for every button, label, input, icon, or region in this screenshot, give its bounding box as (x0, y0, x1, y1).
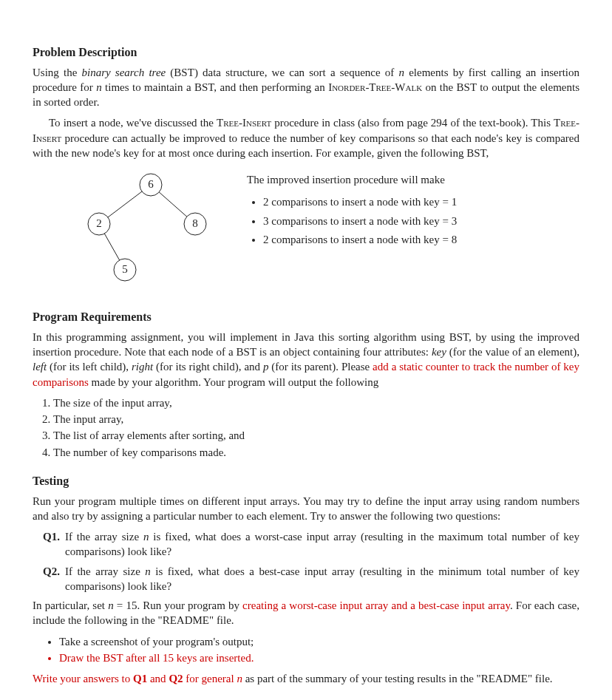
text: (for its parent). Please (268, 361, 373, 373)
text: (BST) data structure, we can sort a sequ… (166, 67, 398, 78)
text: (for its right child), and (153, 361, 263, 373)
section-testing: Testing (33, 473, 579, 489)
bst-example-row: 6 2 8 5 The improved insertion procedure… (33, 166, 579, 296)
term-binary-search-tree: binary search tree (82, 67, 166, 78)
text: made by your algorithm. Your program wil… (89, 376, 378, 388)
attr-right: right (132, 361, 153, 373)
text: procedure can actually be improved to re… (33, 132, 579, 159)
text: = 15. Run your program by (114, 599, 242, 611)
reqs-li-3: The list of array elements after sorting… (53, 428, 579, 443)
ref-q1: Q1 (133, 673, 147, 684)
var-n: n (145, 565, 151, 577)
text: for general (183, 673, 237, 684)
testing-readme-list: Take a screenshot of your program's outp… (59, 634, 579, 666)
var-n: n (96, 81, 102, 93)
reqs-paragraph: In this programming assignment, you will… (33, 330, 579, 390)
testing-intro: Run your program multiple times on diffe… (33, 494, 579, 524)
node-5-label: 5 (122, 264, 128, 276)
question-q2: Q2. If the array size n is fixed, what d… (43, 564, 579, 594)
text: Using the (33, 67, 82, 78)
testing-bullet-2: Draw the BST after all 15 keys are inser… (59, 650, 579, 665)
text: Write your answers to (33, 673, 133, 684)
var-n: n (237, 673, 242, 684)
text: as part of the summary of your testing r… (242, 673, 553, 684)
bst-side-intro: The improved insertion procedure will ma… (247, 172, 579, 187)
testing-bullet-1: Take a screenshot of your program's outp… (59, 634, 579, 649)
ref-q2: Q2 (169, 673, 183, 684)
node-2-label: 2 (96, 218, 102, 230)
bst-bullet-2: 3 comparisons to insert a node with key … (263, 214, 579, 228)
text: To insert a node, we've discussed the (49, 117, 217, 129)
section-problem-description: Problem Description (33, 44, 579, 61)
text: (for its left child), (47, 361, 132, 373)
reqs-output-list: The size of the input array, The input a… (53, 395, 579, 460)
text: If the array size (65, 565, 145, 577)
question-q1: Q1. If the array size n is fixed, what d… (43, 529, 579, 560)
q2-label: Q2. (43, 564, 65, 579)
desc-paragraph-2: To insert a node, we've discussed the Tr… (33, 115, 579, 160)
testing-red-worst-best: creating a worst-case input array and a … (242, 599, 510, 611)
q1-label: Q1. (43, 529, 65, 544)
proc-inorder-tree-walk: Inorder-Tree-Walk (328, 81, 422, 93)
attr-left: left (33, 361, 47, 373)
node-8-label: 8 (192, 218, 198, 230)
attr-key: key (432, 346, 446, 358)
proc-tree-insert: Tree-Insert (217, 117, 271, 129)
testing-summary: Write your answers to Q1 and Q2 for gene… (33, 671, 579, 686)
desc-paragraph-1: Using the binary search tree (BST) data … (33, 65, 579, 110)
text: and (147, 673, 169, 684)
text: In particular, set (33, 599, 108, 611)
reqs-li-4: The number of key comparisons made. (53, 445, 579, 460)
text: times to maintain a BST, and then perfor… (102, 81, 328, 93)
bst-bullet-3: 2 comparisons to insert a node with key … (263, 232, 579, 247)
reqs-li-1: The size of the input array, (53, 395, 579, 410)
bst-bullet-1: 2 comparisons to insert a node with key … (263, 194, 579, 209)
reqs-li-2: The input array, (53, 412, 579, 427)
node-6-label: 6 (148, 179, 154, 191)
text: (for the value of an element), (446, 346, 579, 358)
bst-side-text: The improved insertion procedure will ma… (239, 166, 579, 251)
bst-figure: 6 2 8 5 (55, 166, 239, 296)
question-list: Q1. If the array size n is fixed, what d… (43, 529, 579, 594)
text: If the array size (65, 531, 143, 543)
section-program-requirements: Program Requirements (33, 309, 579, 325)
text: procedure in class (also from page 294 o… (271, 117, 554, 129)
var-n: n (108, 599, 114, 611)
testing-n15: In particular, set n = 15. Run your prog… (33, 598, 579, 628)
var-n: n (399, 67, 405, 78)
